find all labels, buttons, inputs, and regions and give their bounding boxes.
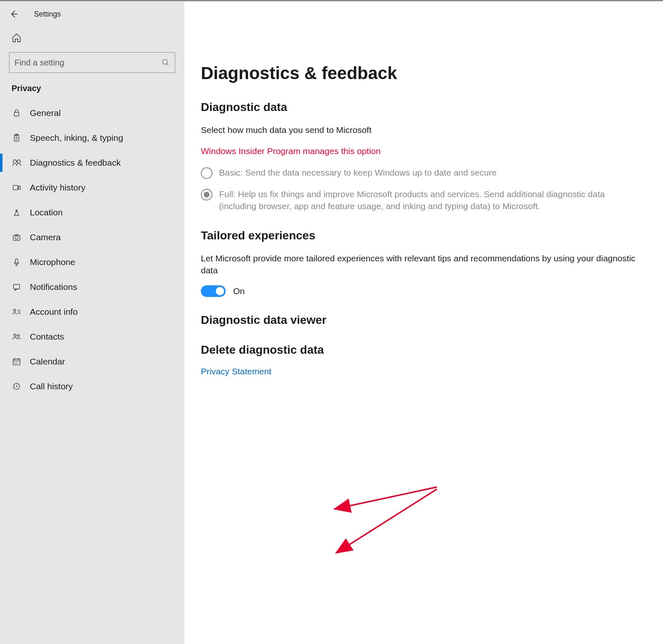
microphone-icon (12, 257, 22, 267)
radio-icon (201, 189, 212, 200)
sidebar-item-camera[interactable]: Camera (0, 225, 184, 250)
timeline-icon (12, 183, 22, 193)
svg-point-14 (14, 334, 17, 337)
svg-point-4 (13, 160, 17, 163)
sidebar-item-label: Account info (30, 307, 78, 317)
sidebar-item-callhistory[interactable]: Call history (0, 374, 184, 399)
contacts-icon (12, 332, 22, 342)
section-tailored-desc: Let Microsoft provide more tailored expe… (201, 252, 638, 277)
sidebar-item-calendar[interactable]: Calendar (0, 349, 184, 374)
sidebar-item-label: Speech, inking, & typing (30, 133, 123, 143)
sidebar-item-label: Diagnostics & feedback (30, 158, 121, 168)
tailored-toggle-label: On (233, 286, 245, 296)
sidebar-item-label: Camera (30, 232, 61, 242)
home-button[interactable] (0, 28, 184, 52)
sidebar-item-notifications[interactable]: Notifications (0, 275, 184, 299)
tailored-toggle-row: On (201, 285, 638, 297)
nav-list: GeneralSpeech, inking, & typingDiagnosti… (0, 101, 184, 399)
svg-rect-6 (13, 186, 18, 190)
page-title: Diagnostics & feedback (201, 63, 638, 83)
search-box[interactable] (9, 52, 175, 73)
sidebar-item-label: General (30, 108, 61, 118)
sidebar-item-microphone[interactable]: Microphone (0, 250, 184, 275)
sidebar-item-label: Activity history (30, 183, 85, 193)
arrow-left-icon (9, 9, 19, 19)
svg-rect-7 (19, 186, 21, 189)
search-input[interactable] (14, 58, 162, 68)
sidebar-item-label: Contacts (30, 332, 64, 342)
search-icon (162, 58, 170, 67)
svg-point-15 (17, 335, 19, 337)
section-diagnostic-data-title: Diagnostic data (201, 101, 638, 114)
titlebar: Settings (0, 5, 184, 28)
window-title: Settings (34, 10, 61, 19)
clipboard-icon (12, 133, 22, 143)
sidebar-item-general[interactable]: General (0, 101, 184, 125)
sidebar-item-label: Notifications (30, 282, 77, 292)
camera-icon (12, 232, 22, 242)
svg-point-0 (163, 60, 168, 65)
account-icon (12, 307, 22, 317)
sidebar-item-speech[interactable]: Speech, inking, & typing (0, 125, 184, 150)
section-diagnostic-data-desc: Select how much data you send to Microso… (201, 124, 638, 136)
back-button[interactable] (8, 9, 19, 19)
sidebar: Settings Privacy GeneralSpeech, inking, … (0, 1, 184, 644)
sidebar-item-label: Location (30, 207, 63, 217)
calendar-icon (12, 357, 22, 367)
main-content: Diagnostics & feedback Diagnostic data S… (184, 1, 663, 644)
sidebar-item-label: Microphone (30, 257, 75, 267)
sidebar-item-diagnostics[interactable]: Diagnostics & feedback (0, 150, 184, 175)
search-container (0, 52, 184, 82)
radio-full-label: Full: Help us fix things and improve Mic… (219, 188, 638, 212)
radio-basic[interactable]: Basic: Send the data necessary to keep W… (201, 166, 638, 179)
feedback-icon (12, 158, 22, 168)
sidebar-item-account[interactable]: Account info (0, 299, 184, 324)
radio-full[interactable]: Full: Help us fix things and improve Mic… (201, 188, 638, 212)
home-icon (12, 33, 22, 43)
svg-point-5 (17, 160, 20, 163)
radio-basic-label: Basic: Send the data necessary to keep W… (219, 166, 497, 178)
tailored-toggle[interactable] (201, 285, 226, 297)
svg-rect-1 (14, 112, 19, 116)
privacy-statement-link[interactable]: Privacy Statement (201, 367, 271, 376)
category-label: Privacy (0, 82, 184, 101)
history-icon (12, 381, 22, 391)
section-tailored-title: Tailored experiences (201, 229, 638, 242)
svg-rect-12 (14, 285, 20, 289)
sidebar-item-location[interactable]: Location (0, 200, 184, 225)
svg-point-13 (14, 309, 16, 312)
insider-notice: Windows Insider Program manages this opt… (201, 145, 638, 157)
sidebar-item-activity[interactable]: Activity history (0, 175, 184, 200)
radio-icon (201, 167, 212, 179)
section-delete-title: Delete diagnostic data (201, 343, 638, 357)
sidebar-item-label: Calendar (30, 357, 65, 367)
section-viewer-title: Diagnostic data viewer (201, 314, 638, 327)
notifications-icon (12, 282, 22, 292)
location-icon (12, 207, 22, 217)
sidebar-item-label: Call history (30, 381, 73, 391)
svg-rect-11 (15, 259, 18, 263)
svg-point-10 (15, 236, 18, 239)
lock-icon (12, 108, 22, 118)
sidebar-item-contacts[interactable]: Contacts (0, 324, 184, 349)
